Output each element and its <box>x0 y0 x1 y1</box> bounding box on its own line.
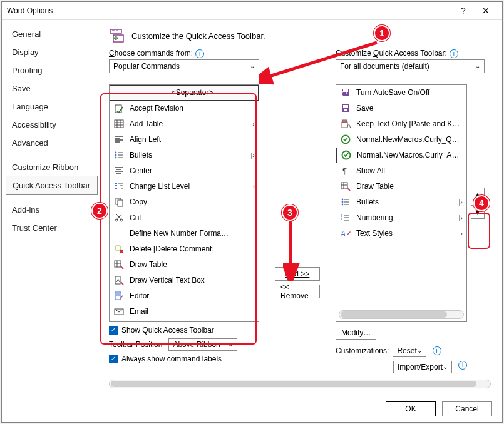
list-item[interactable]: Editor <box>110 288 259 304</box>
numbering-icon: 123 <box>340 212 351 223</box>
nav-proofing[interactable]: Proofing <box>6 61 98 79</box>
list-item[interactable]: 123Numbering|› <box>336 210 466 226</box>
dialog-footer: OK Cancel <box>2 396 502 422</box>
list-item-label: Normal.NewMacros.Curly_Apost <box>357 151 462 159</box>
text-box-icon: A <box>113 275 125 286</box>
list-item[interactable]: Add Table› <box>110 116 259 132</box>
list-item[interactable]: ADraw Vertical Text Box <box>110 273 259 288</box>
list-item[interactable]: Normal.NewMacros.Curly_Quotes <box>336 132 466 148</box>
list-item[interactable]: Bullets|› <box>110 148 259 163</box>
blank-icon <box>113 228 125 239</box>
nav-language[interactable]: Language <box>6 98 98 116</box>
nav-trust-center[interactable]: Trust Center <box>6 219 98 237</box>
list-item[interactable]: Accept Revision <box>110 101 259 116</box>
list-item-label: Bullets <box>130 151 242 159</box>
svg-text:A: A <box>116 278 120 283</box>
info-icon[interactable]: i <box>458 361 467 370</box>
list-item-label: Add Table <box>130 119 242 128</box>
draw-table-icon <box>113 259 125 270</box>
keep-text-icon: A <box>340 118 351 129</box>
list-item[interactable]: Save <box>336 101 466 116</box>
list-item[interactable]: Change List Level› <box>110 179 259 194</box>
annotation-4: 4 <box>473 195 490 211</box>
choose-commands-label: Choose commands from:i <box>109 49 259 58</box>
list-item-label: Show All <box>356 166 463 175</box>
list-item[interactable]: Normal.NewMacros.Curly_Apost <box>336 148 466 163</box>
list-item-label: Draw Table <box>356 182 463 191</box>
annotation-1: 1 <box>374 25 390 41</box>
macro-ok-icon <box>341 149 352 161</box>
cut-icon <box>113 212 125 223</box>
nav-save[interactable]: Save <box>6 79 98 98</box>
list-item-label: Draw Vertical Text Box <box>130 276 255 285</box>
svg-rect-0 <box>110 29 121 33</box>
list-item-label: Delete [Delete Comment] <box>130 245 255 253</box>
modify-button[interactable]: Modify… <box>336 326 376 340</box>
list-item[interactable]: Cut <box>110 210 259 226</box>
list-item[interactable]: Email <box>110 304 259 320</box>
list-item[interactable]: Draw Table <box>110 257 259 273</box>
remove-button[interactable]: << Remove <box>275 285 320 298</box>
qat-listbox[interactable]: Turn AutoSave On/OffSaveAKeep Text Only … <box>336 84 467 322</box>
ok-button[interactable]: OK <box>386 401 436 416</box>
list-item-label: Draw Table <box>130 260 255 269</box>
nav-customize-ribbon[interactable]: Customize Ribbon <box>6 158 98 176</box>
show-qat-checkbox[interactable]: ✓ Show Quick Access Toolbar <box>109 326 259 335</box>
annotation-2: 2 <box>91 203 108 219</box>
pilcrow-icon: ¶ <box>340 165 351 176</box>
list-item[interactable]: Draw Table <box>336 179 466 194</box>
svg-point-6 <box>115 154 117 156</box>
list-item[interactable]: Align Left <box>110 132 259 148</box>
list-item[interactable]: AText Styles› <box>336 226 466 241</box>
help-button[interactable]: ? <box>452 2 475 19</box>
list-item[interactable]: Delete [Delete Comment] <box>110 241 259 257</box>
nav-add-ins[interactable]: Add-ins <box>6 201 98 219</box>
list-item-label: Save <box>356 104 463 113</box>
list-item[interactable]: AKeep Text Only [Paste and Keep… <box>336 116 466 132</box>
svg-rect-22 <box>344 109 347 111</box>
list-item[interactable]: <Separator> <box>110 85 259 101</box>
sep-icon <box>114 87 125 98</box>
cancel-button[interactable]: Cancel <box>442 401 492 416</box>
svg-point-7 <box>115 157 117 159</box>
draw-table-icon <box>340 181 351 192</box>
commands-listbox[interactable]: <Separator>Accept RevisionAdd Table›Alig… <box>109 84 259 322</box>
nav-accessibility[interactable]: Accessibility <box>6 116 98 134</box>
import-export-button[interactable]: Import/Export⌄ <box>393 361 452 373</box>
svg-rect-12 <box>115 246 121 250</box>
svg-point-31 <box>342 201 344 203</box>
svg-text:A: A <box>347 123 351 129</box>
text-styles-icon: A <box>340 228 351 239</box>
list-item-label: Turn AutoSave On/Off <box>356 88 463 97</box>
svg-text:¶: ¶ <box>342 166 347 176</box>
list-item[interactable]: Center <box>110 163 259 179</box>
choose-commands-combo[interactable]: Popular Commands⌄ <box>109 59 259 73</box>
list-item-label: Editor <box>130 291 255 300</box>
bullets-icon <box>340 196 351 208</box>
nav-advanced[interactable]: Advanced <box>6 134 98 152</box>
list-item[interactable]: Bullets|› <box>336 194 466 210</box>
horizontal-scrollbar[interactable] <box>339 310 464 319</box>
content-horizontal-scrollbar[interactable] <box>109 380 491 388</box>
always-show-labels-checkbox[interactable]: ✓ Always show command labels <box>109 355 259 363</box>
list-item-label: <Separator> <box>130 88 254 97</box>
chevron-down-icon: ⌄ <box>250 63 255 69</box>
reset-button[interactable]: Reset⌄ <box>393 345 426 357</box>
list-item[interactable]: Define New Number Forma… <box>110 226 259 241</box>
accept-icon <box>113 103 125 114</box>
toolbar-position-combo[interactable]: Above Ribbon⌄ <box>168 338 237 351</box>
svg-text:A: A <box>341 230 346 238</box>
nav-display[interactable]: Display <box>6 43 98 61</box>
info-icon[interactable]: i <box>450 49 458 58</box>
close-button[interactable]: ✕ <box>475 2 497 19</box>
list-item[interactable]: Copy <box>110 194 259 210</box>
center-icon <box>113 165 125 176</box>
list-item[interactable]: ¶Show All <box>336 163 466 179</box>
list-item-label: Copy <box>130 198 255 206</box>
svg-point-5 <box>115 152 117 154</box>
nav-general[interactable]: General <box>6 25 98 43</box>
nav-quick-access-toolbar[interactable]: Quick Access Toolbar <box>6 176 98 195</box>
info-icon[interactable]: i <box>433 346 441 355</box>
info-icon[interactable]: i <box>195 49 204 58</box>
chevron-down-icon: ⌄ <box>475 63 480 69</box>
